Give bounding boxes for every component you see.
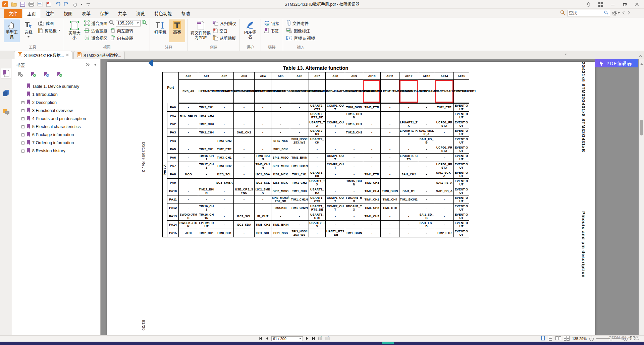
minimize-button[interactable] xyxy=(607,1,619,8)
pin-cell[interactable]: PA2 xyxy=(167,120,179,128)
open-file-icon[interactable] xyxy=(11,1,17,7)
rotate-left-button[interactable]: 向左旋转 xyxy=(109,27,147,34)
rotate-right-button[interactable]: 向右旋转 xyxy=(109,34,147,42)
close-tab-icon[interactable] xyxy=(66,53,69,57)
scrollbar-thumb[interactable] xyxy=(640,120,643,135)
document-tab-stm32g4-series[interactable]: STM32G4系列微控... xyxy=(73,51,125,59)
bookmark-button[interactable]: 书签 xyxy=(263,27,280,34)
blank-button[interactable]: 空白 xyxy=(212,27,237,34)
bookmark-item[interactable]: 6 Package information xyxy=(12,131,100,139)
menu-tab-comment[interactable]: 注释 xyxy=(41,9,59,18)
grid-view-icon[interactable] xyxy=(595,1,606,8)
next-view-icon[interactable] xyxy=(325,336,330,342)
expander-icon[interactable] xyxy=(21,117,24,120)
save-icon[interactable] xyxy=(19,1,26,7)
pin-cell[interactable]: PA10 xyxy=(167,187,179,195)
hand-pointer-dropdown[interactable] xyxy=(80,4,83,5)
comments-panel-icon[interactable] xyxy=(1,107,11,117)
bookmark-item[interactable]: 3 Functional overview xyxy=(12,107,100,115)
find-next-icon[interactable] xyxy=(627,10,631,16)
convert-to-pdf-button[interactable]: 将文件转换为PDF xyxy=(190,19,211,42)
pages-panel-icon[interactable] xyxy=(1,88,11,98)
link-button[interactable]: 链接 xyxy=(263,19,280,27)
first-page-button[interactable] xyxy=(259,336,263,342)
pin-cell[interactable]: PA0 xyxy=(167,103,179,112)
expander-icon[interactable] xyxy=(21,109,24,112)
tab-list-dropdown[interactable] xyxy=(565,54,567,55)
zoom-out-button[interactable]: − xyxy=(589,337,594,341)
page-nav-marker-icon[interactable] xyxy=(147,59,154,68)
pin-cell[interactable]: PA13 xyxy=(167,212,179,221)
last-page-button[interactable] xyxy=(311,336,315,342)
typewriter-button[interactable]: 打字机 xyxy=(152,19,168,42)
pin-cell[interactable]: PA9 xyxy=(167,179,179,187)
menu-tab-form[interactable]: 表单 xyxy=(77,9,95,18)
menu-tab-help[interactable]: 帮助 xyxy=(176,9,195,18)
redo-icon[interactable] xyxy=(63,1,69,7)
find-go-icon[interactable] xyxy=(604,10,608,16)
add-bookmark-icon[interactable] xyxy=(31,72,36,79)
menu-tab-home[interactable]: 主页 xyxy=(22,9,41,18)
next-page-button[interactable] xyxy=(306,336,309,342)
find-settings-icon[interactable] xyxy=(612,11,620,16)
expander-icon[interactable] xyxy=(21,101,24,104)
menu-tab-browse[interactable]: 浏览 xyxy=(131,9,150,18)
highlight-button[interactable]: 高亮 xyxy=(169,19,185,42)
pin-cell[interactable]: PA5 xyxy=(167,145,179,154)
pin-cell[interactable]: PA8 xyxy=(167,170,179,179)
hand-gesture-icon[interactable] xyxy=(583,1,594,8)
bookmark-item[interactable]: 8 Revision history xyxy=(12,147,100,155)
hand-pointer-icon[interactable] xyxy=(72,1,78,7)
pin-cell[interactable]: PA7 xyxy=(167,162,179,170)
page-number-box[interactable]: 61 / 200 xyxy=(271,336,303,341)
menu-tab-file[interactable]: 文件 xyxy=(4,9,22,18)
dock-panel-icon[interactable] xyxy=(94,62,97,67)
pin-cell[interactable]: PA12 xyxy=(167,204,179,212)
facing-layout-icon[interactable] xyxy=(555,336,561,342)
pin-cell[interactable]: PA11 xyxy=(167,195,179,204)
select-tool-button[interactable]: 选择 xyxy=(20,19,37,42)
continuous-facing-layout-icon[interactable] xyxy=(564,336,570,342)
pin-cell[interactable]: PA14 xyxy=(167,221,179,229)
pdf-sign-button[interactable]: PDF签名 xyxy=(242,19,258,42)
from-scanner-button[interactable]: 从扫描仪 xyxy=(212,19,237,27)
fit-page-button[interactable]: 适合页面 xyxy=(83,19,108,27)
menu-tab-view[interactable]: 视图 xyxy=(59,9,77,18)
find-previous-icon[interactable] xyxy=(622,10,625,16)
expander-icon[interactable] xyxy=(21,125,24,128)
pin-cell[interactable]: PA15 xyxy=(167,229,179,237)
zoom-out-icon[interactable] xyxy=(109,20,115,26)
expand-panel-icon[interactable] xyxy=(86,62,90,67)
delete-bookmark-icon[interactable] xyxy=(17,72,23,79)
pin-cell[interactable]: PA3 xyxy=(167,128,179,137)
previous-view-icon[interactable] xyxy=(318,336,323,342)
print-icon[interactable] xyxy=(28,1,35,7)
from-clipboard-button[interactable]: 从剪贴板 xyxy=(212,34,237,42)
pin-cell[interactable]: PA6 xyxy=(167,154,179,162)
menu-tab-protect[interactable]: 保护 xyxy=(95,9,113,18)
menu-tab-features[interactable]: 特色功能 xyxy=(150,9,176,18)
bookmarks-panel-icon[interactable] xyxy=(1,68,11,78)
bookmark-item[interactable]: 7 Ordering information xyxy=(12,139,100,147)
new-document-icon[interactable] xyxy=(46,1,52,7)
zoom-in-icon[interactable] xyxy=(142,20,147,26)
document-scrollbar[interactable] xyxy=(639,59,644,335)
find-input[interactable] xyxy=(569,11,603,15)
ribbon-collapse-icon[interactable] xyxy=(638,53,642,59)
bookmark-item[interactable]: 1 Introduction xyxy=(12,91,100,99)
close-button[interactable] xyxy=(631,1,643,8)
bookmark-item[interactable]: 2 Description xyxy=(12,99,100,107)
undo-icon[interactable] xyxy=(54,1,61,7)
bookmark-options-icon[interactable] xyxy=(57,72,62,79)
snapshot-button[interactable]: 截图 xyxy=(37,19,61,27)
goto-bookmark-icon[interactable] xyxy=(44,72,49,79)
fit-width-button[interactable]: 适合宽度 xyxy=(83,27,108,34)
menu-tab-share[interactable]: 共享 xyxy=(113,9,131,18)
customize-toolbar-icon[interactable] xyxy=(85,1,91,7)
file-attachment-button[interactable]: 文件附件 xyxy=(285,19,316,27)
document-tab-stm32g431rb-datasheet[interactable]: STM32G431RB数据... xyxy=(14,51,72,59)
fit-visible-button[interactable]: 适合视区 xyxy=(83,34,108,42)
image-annotation-button[interactable]: 图像标注 xyxy=(285,27,316,34)
expander-icon[interactable] xyxy=(21,133,24,136)
bookmark-item[interactable]: 5 Electrical characteristics xyxy=(12,123,100,131)
